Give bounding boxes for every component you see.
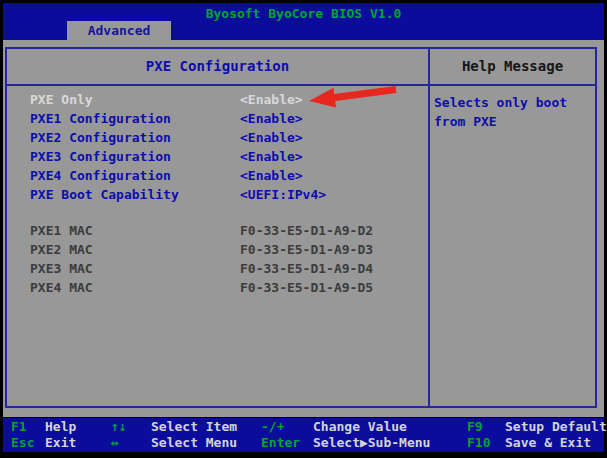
menu-item-value[interactable]: <Enable> bbox=[240, 149, 303, 164]
menu-item-value[interactable]: <Enable> bbox=[240, 111, 303, 126]
key-hint-group: -/+Change Value EnterSelect▶Sub-Menu bbox=[261, 419, 430, 451]
key-f1-label: Help bbox=[45, 419, 76, 434]
mac-row-pxe2: PXE2 MAC F0-33-E5-D1-A9-D3 bbox=[7, 242, 428, 261]
help-text: Selects only boot from PXE bbox=[430, 86, 595, 131]
menu-item-value[interactable]: <Enable> bbox=[240, 130, 303, 145]
tab-advanced[interactable]: Advanced bbox=[67, 21, 171, 40]
mac-value: F0-33-E5-D1-A9-D5 bbox=[240, 280, 373, 295]
help-text-line: Selects only boot bbox=[434, 93, 591, 112]
help-title: Help Message bbox=[430, 49, 595, 86]
menu-item-label: PXE1 Configuration bbox=[30, 111, 171, 126]
page-title: PXE Configuration bbox=[7, 49, 428, 86]
key-enter: Enter bbox=[261, 435, 313, 451]
menu-item-label: PXE3 Configuration bbox=[30, 149, 171, 164]
menu-item-pxe1-configuration[interactable]: PXE1 Configuration <Enable> bbox=[7, 111, 428, 130]
mac-label: PXE4 MAC bbox=[30, 280, 93, 295]
mac-row-pxe1: PXE1 MAC F0-33-E5-D1-A9-D2 bbox=[7, 223, 428, 242]
mac-row-pxe4: PXE4 MAC F0-33-E5-D1-A9-D5 bbox=[7, 280, 428, 299]
key-f9-label: Setup Defaults bbox=[505, 419, 607, 434]
key-minus-plus-label: Change Value bbox=[313, 419, 407, 434]
mac-address-list: PXE1 MAC F0-33-E5-D1-A9-D2 PXE2 MAC F0-3… bbox=[7, 223, 428, 299]
configuration-pane: PXE Configuration PXE Only <Enable> PXE1… bbox=[7, 49, 430, 406]
menu-item-value[interactable]: <UEFI:IPv4> bbox=[240, 187, 326, 202]
help-pane: Help Message Selects only boot from PXE bbox=[430, 49, 595, 406]
key-enter-label: Select▶Sub-Menu bbox=[313, 435, 430, 450]
key-f10: F10 bbox=[467, 435, 505, 451]
menu-item-value[interactable]: <Enable> bbox=[240, 168, 303, 183]
key-minus-plus: -/+ bbox=[261, 419, 313, 435]
bios-title: Byosoft ByoCore BIOS V1.0 bbox=[3, 6, 604, 21]
key-updown-label: Select Item bbox=[151, 419, 237, 434]
menu-item-value[interactable]: <Enable> bbox=[240, 92, 303, 107]
setup-panel: PXE Configuration PXE Only <Enable> PXE1… bbox=[5, 47, 597, 408]
key-f1: F1 bbox=[11, 419, 45, 435]
mac-label: PXE1 MAC bbox=[30, 223, 93, 238]
menu-item-pxe2-configuration[interactable]: PXE2 Configuration <Enable> bbox=[7, 130, 428, 149]
mac-label: PXE3 MAC bbox=[30, 261, 93, 276]
key-leftright-icon: ↔ bbox=[111, 435, 151, 451]
mac-value: F0-33-E5-D1-A9-D3 bbox=[240, 242, 373, 257]
menu-list: PXE Only <Enable> PXE1 Configuration <En… bbox=[7, 86, 428, 299]
menu-item-label: PXE Boot Capability bbox=[30, 187, 179, 202]
menu-item-pxe3-configuration[interactable]: PXE3 Configuration <Enable> bbox=[7, 149, 428, 168]
menu-item-label: PXE4 Configuration bbox=[30, 168, 171, 183]
mac-label: PXE2 MAC bbox=[30, 242, 93, 257]
key-hint-bar: F1Help EscExit ↑↓Select Item ↔Select Men… bbox=[3, 418, 604, 452]
key-updown-icon: ↑↓ bbox=[111, 419, 151, 435]
mac-value: F0-33-E5-D1-A9-D4 bbox=[240, 261, 373, 276]
menu-item-pxe-boot-capability[interactable]: PXE Boot Capability <UEFI:IPv4> bbox=[7, 187, 428, 206]
key-f10-label: Save & Exit bbox=[505, 435, 591, 450]
key-hint-group: F9Setup Defaults F10Save & Exit bbox=[467, 419, 607, 451]
key-esc: Esc bbox=[11, 435, 45, 451]
key-hint-group: ↑↓Select Item ↔Select Menu bbox=[111, 419, 237, 451]
key-hint-group: F1Help EscExit bbox=[11, 419, 76, 451]
key-f9: F9 bbox=[467, 419, 505, 435]
key-esc-label: Exit bbox=[45, 435, 76, 450]
mac-row-pxe3: PXE3 MAC F0-33-E5-D1-A9-D4 bbox=[7, 261, 428, 280]
menu-item-label: PXE2 Configuration bbox=[30, 130, 171, 145]
menu-item-pxe4-configuration[interactable]: PXE4 Configuration <Enable> bbox=[7, 168, 428, 187]
menu-item-pxe-only[interactable]: PXE Only <Enable> bbox=[7, 92, 428, 111]
key-leftright-label: Select Menu bbox=[151, 435, 237, 450]
help-text-line: from PXE bbox=[434, 112, 591, 131]
mac-value: F0-33-E5-D1-A9-D2 bbox=[240, 223, 373, 238]
menu-item-label: PXE Only bbox=[30, 92, 93, 107]
